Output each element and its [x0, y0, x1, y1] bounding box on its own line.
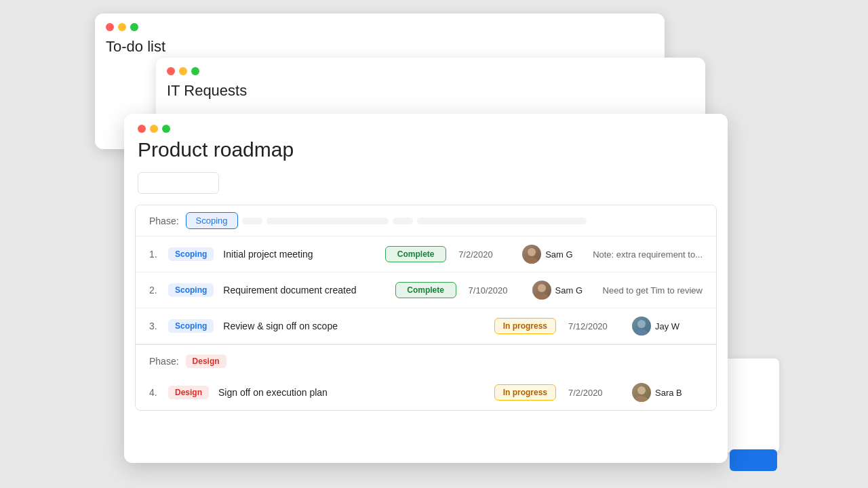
task-num-3: 3.	[149, 321, 168, 331]
filter-bar	[124, 172, 728, 205]
task-date-4: 7/2/2020	[568, 388, 623, 398]
task-row-1: 1. Scoping Initial project meeting Compl…	[136, 237, 716, 272]
dot-green	[130, 23, 138, 31]
task-name-3: Review & sign off on scope	[223, 321, 494, 331]
task-row-4: 4. Design Sign off on execution plan In …	[136, 375, 716, 410]
svg-point-7	[635, 396, 648, 402]
tab-inactive-3[interactable]	[393, 218, 413, 224]
avatar-sam-1	[522, 245, 541, 264]
task-name-1: Initial project meeting	[223, 249, 385, 260]
task-status-3[interactable]: In progress	[494, 318, 556, 334]
assignee-name-3: Jay W	[655, 321, 679, 331]
tab-inactive-2[interactable]	[267, 218, 389, 224]
svg-point-0	[528, 248, 536, 256]
task-tag-1[interactable]: Scoping	[168, 247, 214, 261]
svg-point-3	[535, 293, 549, 300]
avatar-jay	[632, 317, 651, 336]
task-num-4: 4.	[149, 387, 168, 398]
window-it-title: IT Requests	[156, 82, 705, 108]
task-row-2: 2. Scoping Requirement document created …	[136, 272, 716, 308]
assignee-name-4: Sara B	[655, 388, 682, 398]
tab-scoping[interactable]: Scoping	[186, 212, 238, 229]
task-tag-2[interactable]: Scoping	[168, 283, 214, 297]
task-tag-3[interactable]: Scoping	[168, 319, 214, 333]
phase1-tabs: Scoping	[186, 212, 587, 229]
avatar-sara	[632, 383, 651, 402]
traffic-lights-todo	[95, 14, 665, 38]
task-row-3: 3. Scoping Review & sign off on scope In…	[136, 308, 716, 344]
traffic-lights-it	[156, 58, 705, 82]
assignee-name-1: Sam G	[545, 249, 572, 260]
tab-inactive-4[interactable]	[417, 218, 587, 224]
task-date-3: 7/12/2020	[568, 321, 623, 331]
task-status-4[interactable]: In progress	[494, 384, 556, 401]
svg-point-1	[525, 258, 538, 264]
task-name-4: Sign off on execution plan	[218, 387, 494, 398]
phase2-label: Phase:	[149, 356, 179, 367]
dot-yellow	[118, 23, 126, 31]
task-note-1: Note: extra requirement to...	[593, 249, 703, 260]
task-date-1: 7/2/2020	[458, 249, 513, 260]
dot-red-main	[138, 125, 146, 133]
phase1-label: Phase:	[149, 216, 179, 226]
task-date-2: 7/10/2020	[469, 285, 523, 296]
window-product-roadmap: Product roadmap Phase: Scoping 1. Scopin…	[124, 114, 728, 463]
task-assignee-3: Jay W	[632, 317, 693, 336]
task-name-2: Requirement document created	[223, 285, 395, 296]
task-num-2: 2.	[149, 285, 168, 296]
phase1-header: Phase: Scoping	[136, 205, 716, 237]
assignee-name-2: Sam G	[555, 285, 583, 296]
task-tag-4[interactable]: Design	[168, 386, 209, 399]
task-assignee-1: Sam G	[522, 245, 583, 264]
filter-input[interactable]	[138, 172, 219, 194]
phase2-header: Phase: Design	[136, 344, 716, 375]
phase2-tag[interactable]: Design	[186, 354, 226, 368]
task-assignee-4: Sara B	[632, 383, 693, 402]
dot-green-2	[191, 67, 199, 75]
task-assignee-2: Sam G	[532, 281, 593, 300]
svg-point-4	[637, 320, 646, 328]
traffic-lights-main	[124, 114, 728, 138]
dot-yellow-2	[179, 67, 187, 75]
window-main-title: Product roadmap	[124, 138, 728, 172]
avatar-sam-2	[532, 281, 551, 300]
dot-yellow-main	[150, 125, 158, 133]
dot-red-2	[167, 67, 175, 75]
task-table: Phase: Scoping 1. Scoping Initial projec…	[135, 205, 717, 411]
dot-green-main	[162, 125, 170, 133]
task-status-1[interactable]: Complete	[385, 246, 446, 262]
tab-inactive-1[interactable]	[242, 218, 262, 224]
blue-button[interactable]	[730, 449, 777, 471]
svg-point-6	[637, 386, 646, 394]
task-note-2: Need to get Tim to review	[603, 285, 703, 296]
task-status-2[interactable]: Complete	[395, 282, 456, 298]
svg-point-5	[635, 329, 648, 336]
dot-red	[106, 23, 114, 31]
task-num-1: 1.	[149, 249, 168, 260]
svg-point-2	[538, 284, 546, 292]
